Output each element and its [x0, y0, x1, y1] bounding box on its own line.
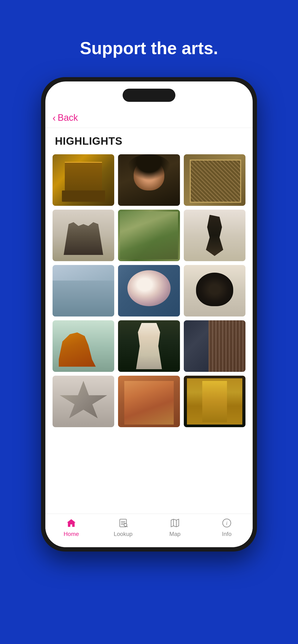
artwork-flowers[interactable] [118, 265, 180, 316]
artwork-scholar[interactable] [184, 320, 245, 372]
grid-row-5 [53, 376, 245, 427]
grid-row-2 [53, 210, 245, 261]
tab-lookup-label: Lookup [114, 531, 133, 538]
artwork-bear-head[interactable] [184, 265, 245, 316]
grid-row-4 [53, 320, 245, 372]
grid-row-3 [53, 265, 245, 316]
phone-screen: ‹ Back HIGHLIGHTS [45, 82, 253, 547]
artwork-sculptures[interactable] [53, 210, 114, 261]
tab-info[interactable]: i Info [201, 517, 253, 538]
phone-frame: ‹ Back HIGHLIGHTS [41, 77, 257, 552]
lookup-icon [117, 517, 129, 529]
home-icon [65, 517, 77, 529]
back-button[interactable]: Back [58, 112, 78, 123]
tab-lookup[interactable]: Lookup [97, 517, 149, 538]
back-navigation[interactable]: ‹ Back [45, 108, 253, 128]
dynamic-island [123, 89, 175, 102]
tab-home[interactable]: Home [45, 517, 97, 538]
svg-text:i: i [226, 520, 227, 526]
artwork-portrait[interactable] [118, 154, 180, 206]
artwork-dancers[interactable] [118, 376, 180, 427]
grid-row-1 [53, 154, 245, 206]
artwork-golden-figures[interactable] [184, 376, 245, 427]
artwork-thinker[interactable] [184, 210, 245, 261]
artwork-star-tile[interactable] [53, 376, 114, 427]
artwork-ladies[interactable] [53, 265, 114, 316]
artwork-reliquary[interactable] [53, 154, 114, 206]
tab-map-label: Map [169, 531, 181, 538]
tab-bar: Home Lookup [45, 514, 253, 547]
section-title: HIGHLIGHTS [45, 128, 253, 152]
info-icon: i [221, 517, 233, 529]
tab-info-label: Info [222, 531, 232, 538]
hero-title: Support the arts. [80, 38, 218, 58]
map-icon [169, 517, 181, 529]
artwork-tapestry[interactable] [118, 210, 180, 261]
artwork-lion[interactable] [53, 320, 114, 372]
tab-home-label: Home [64, 531, 79, 538]
artwork-grid [45, 152, 253, 514]
artwork-lady-white[interactable] [118, 320, 180, 372]
tab-map[interactable]: Map [149, 517, 201, 538]
artwork-carpet[interactable] [184, 154, 245, 206]
back-chevron-icon: ‹ [53, 113, 56, 123]
